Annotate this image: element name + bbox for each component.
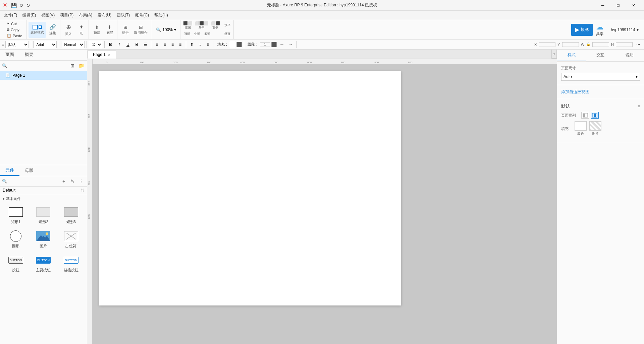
tab-pages[interactable]: 页面 bbox=[0, 50, 19, 60]
redo-icon[interactable]: ↻ bbox=[26, 3, 30, 8]
connect-button[interactable]: 🔗 连接 bbox=[47, 22, 59, 38]
widget-rect1[interactable]: 矩形1 bbox=[3, 204, 29, 226]
add-widget-btn[interactable]: + bbox=[60, 178, 67, 185]
align-justify-text-button[interactable]: ≡ bbox=[176, 41, 184, 48]
layout-left-btn[interactable] bbox=[581, 112, 589, 119]
x-input[interactable] bbox=[539, 42, 555, 47]
widget-placeholder[interactable]: 占位符 bbox=[58, 228, 84, 251]
ungroup-button[interactable]: ⊟ 取消组合 bbox=[132, 22, 150, 38]
w-input[interactable] bbox=[592, 42, 609, 47]
align-right-button[interactable]: ⬜⬛ 右侧 bbox=[210, 21, 221, 29]
align-right-text-button[interactable]: ≡ bbox=[169, 41, 176, 48]
widget-link-button[interactable]: BUTTON 链接按钮 bbox=[58, 252, 84, 275]
undo-icon[interactable]: ↺ bbox=[19, 3, 23, 8]
border-end-btn[interactable]: → bbox=[287, 41, 294, 48]
align-middle-button[interactable]: 中部 bbox=[193, 30, 202, 38]
group-button[interactable]: ⊞ 组合 bbox=[119, 22, 131, 38]
menu-account[interactable]: 账号(C) bbox=[132, 11, 152, 19]
section-edit-icon[interactable]: ≡ bbox=[638, 104, 640, 109]
canvas-tab-close-icon[interactable]: ✕ bbox=[108, 53, 110, 57]
y-input[interactable] bbox=[562, 42, 579, 47]
widget-button[interactable]: BUTTON 按钮 bbox=[3, 252, 29, 275]
vert-middle-button[interactable]: ↕ bbox=[196, 41, 204, 48]
widget-more-btn[interactable]: ⋮ bbox=[77, 178, 85, 185]
widget-edit-btn[interactable]: ✎ bbox=[69, 178, 76, 185]
bottom-layer-button[interactable]: ⬇ 底层 bbox=[104, 22, 116, 38]
zoom-control[interactable]: 🔍 100% ▾ bbox=[153, 27, 179, 32]
widget-rect3[interactable]: 矩形3 bbox=[58, 204, 84, 226]
menu-layout[interactable]: 布局(A) bbox=[76, 11, 95, 19]
menu-team[interactable]: 团队(T) bbox=[114, 11, 132, 19]
paste-button[interactable]: 📋 Paste bbox=[4, 33, 25, 39]
widgets-search-input[interactable] bbox=[8, 179, 59, 184]
tab-interaction[interactable]: 交互 bbox=[586, 50, 615, 61]
align-top-button[interactable]: 顶部 bbox=[182, 30, 192, 38]
save-icon[interactable]: 💾 bbox=[11, 3, 17, 8]
add-page-btn[interactable]: 📁 bbox=[77, 62, 85, 69]
border-width-input[interactable] bbox=[260, 42, 270, 47]
tab-note[interactable]: 说明 bbox=[615, 50, 644, 61]
italic-button[interactable]: I bbox=[115, 41, 123, 48]
menu-file[interactable]: 文件(F) bbox=[1, 11, 20, 19]
fill-color-box[interactable] bbox=[230, 42, 235, 47]
minimize-button[interactable]: ─ bbox=[595, 0, 610, 11]
select-mode-button[interactable]: 选择模式 bbox=[29, 22, 46, 38]
tab-masters[interactable]: 母版 bbox=[19, 165, 39, 176]
tab-widgets[interactable]: 元件 bbox=[0, 165, 19, 176]
menu-publish[interactable]: 发布(U) bbox=[95, 11, 114, 19]
distribute-h-button[interactable]: 水平 bbox=[223, 21, 232, 29]
font-select[interactable]: Arial bbox=[33, 41, 57, 48]
page-item[interactable]: 📄 Page 1 bbox=[0, 71, 87, 80]
border-style-btn[interactable]: ─ bbox=[278, 41, 285, 48]
tab-style[interactable]: 样式 bbox=[557, 50, 586, 61]
align-left-button[interactable]: ⬛⬜ 左侧 bbox=[182, 21, 193, 29]
bold-button[interactable]: B bbox=[107, 41, 114, 48]
list-button[interactable]: ☰ bbox=[142, 41, 149, 48]
close-button[interactable]: ✕ bbox=[626, 0, 641, 11]
pages-search-input[interactable] bbox=[8, 63, 67, 68]
add-page-folder-btn[interactable]: ⊞ bbox=[69, 62, 76, 69]
layout-center-btn[interactable] bbox=[591, 112, 599, 119]
maximize-button[interactable]: □ bbox=[610, 0, 626, 11]
canvas-tab-page1[interactable]: Page 1 ✕ bbox=[87, 51, 116, 59]
font-style-select[interactable]: Normal bbox=[61, 41, 85, 48]
menu-help[interactable]: 帮助(H) bbox=[152, 11, 171, 19]
align-left-text-button[interactable]: ≡ bbox=[153, 41, 161, 48]
copy-button[interactable]: ⧉ Copy bbox=[4, 27, 25, 33]
menu-edit[interactable]: 编辑(E) bbox=[20, 11, 39, 19]
insert-button[interactable]: ⊕ 插入 bbox=[62, 22, 74, 38]
top-layer-button[interactable]: ⬆ 顶层 bbox=[91, 22, 103, 38]
canvas[interactable] bbox=[93, 64, 557, 344]
underline-button[interactable]: U bbox=[124, 41, 131, 48]
font-size-select[interactable]: 13 bbox=[89, 41, 102, 48]
widget-rect2[interactable]: 矩形2 bbox=[30, 204, 56, 226]
align-bottom-button[interactable]: 底部 bbox=[203, 30, 212, 38]
page-size-select[interactable]: Auto ▾ bbox=[561, 73, 640, 81]
align-center-button[interactable]: ⬜⬛⬜ 居中 bbox=[194, 21, 209, 29]
fill-color-dark-box[interactable] bbox=[236, 42, 242, 47]
fill-color-option[interactable]: 颜色 bbox=[575, 121, 587, 136]
canvas-scroll-indicator[interactable]: ▾ bbox=[551, 50, 557, 59]
preview-button[interactable]: ▶ 预览 bbox=[571, 24, 593, 36]
vert-bottom-button[interactable]: ⬇ bbox=[204, 41, 212, 48]
strikethrough-button[interactable]: S bbox=[133, 41, 140, 48]
fill-image-option[interactable]: 图片 bbox=[589, 121, 601, 136]
tab-overview[interactable]: 概要 bbox=[19, 50, 39, 60]
cut-button[interactable]: ✂ Cut bbox=[4, 21, 25, 27]
widget-primary-button[interactable]: BUTTON 主要按钮 bbox=[30, 252, 56, 275]
style-select[interactable]: 默认 bbox=[5, 41, 29, 48]
menu-project[interactable]: 项目(P) bbox=[57, 11, 76, 19]
share-button[interactable]: ☁ 共享 bbox=[593, 21, 606, 38]
more-options-btn[interactable]: ⋯ bbox=[635, 41, 642, 48]
user-menu[interactable]: hyp19991114 ▾ bbox=[608, 27, 641, 33]
border-color-box[interactable] bbox=[271, 42, 277, 47]
point-button[interactable]: ✦ 点 bbox=[75, 22, 87, 38]
widget-image[interactable]: 图片 bbox=[30, 228, 56, 251]
menu-view[interactable]: 视图(V) bbox=[39, 11, 57, 19]
h-input[interactable] bbox=[616, 42, 633, 47]
distribute-v-button[interactable]: 垂直 bbox=[223, 30, 232, 38]
widget-circle[interactable]: 圆形 bbox=[3, 228, 29, 251]
vert-top-button[interactable]: ⬆ bbox=[188, 41, 196, 48]
align-center-text-button[interactable]: ≡ bbox=[161, 41, 168, 48]
add-adaptive-view-link[interactable]: 添加自适应视图 bbox=[561, 89, 589, 94]
